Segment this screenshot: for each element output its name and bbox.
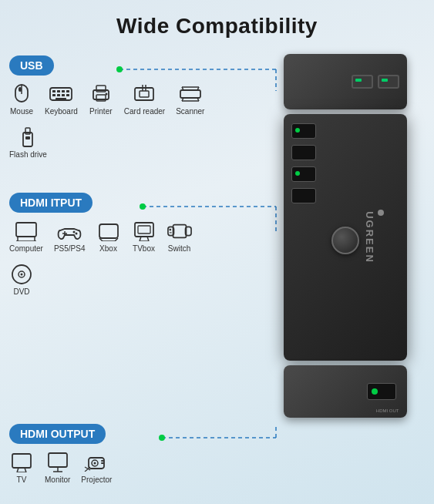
gamepad-icon — [57, 220, 82, 242]
svg-rect-19 — [62, 94, 65, 96]
hdmi-input-badge: HDMI ITPUT — [9, 193, 93, 213]
hdmi-port-2 — [291, 145, 316, 160]
control-knob[interactable] — [331, 227, 359, 254]
device-monitor: Monitor — [45, 452, 70, 484]
usb-port-2 — [378, 75, 399, 89]
device-tv: TV — [9, 452, 34, 484]
indicator-dot — [378, 210, 384, 216]
scanner-icon — [178, 83, 203, 105]
device-computer: Computer — [9, 220, 43, 253]
hdmi-input-port-2 — [291, 145, 399, 160]
hdmi-input-port-4 — [291, 188, 399, 203]
svg-rect-75 — [101, 460, 104, 462]
hdmi-port-4 — [291, 188, 316, 203]
monitor-icon — [45, 452, 70, 473]
svg-rect-48 — [99, 224, 118, 238]
usb-devices-row: Mouse K — [9, 83, 225, 159]
svg-rect-14 — [57, 90, 60, 92]
svg-rect-65 — [12, 454, 31, 468]
brand-label: UGREEN — [364, 211, 375, 264]
dvd-icon — [9, 264, 34, 285]
svg-rect-21 — [56, 98, 66, 99]
device-ps5: PS5/PS4 — [54, 220, 86, 253]
usb-badge: USB — [9, 55, 54, 76]
device-flash-drive: Flash drive — [9, 126, 47, 159]
svg-point-60 — [169, 229, 171, 231]
device-top — [284, 54, 407, 109]
usb-port-1 — [352, 75, 373, 89]
svg-point-25 — [105, 93, 107, 96]
svg-rect-56 — [138, 226, 150, 234]
mouse-icon — [9, 83, 34, 105]
hdmi-port-active-1 — [291, 123, 316, 139]
svg-rect-76 — [101, 462, 104, 464]
svg-rect-57 — [173, 225, 186, 238]
diagram-area: USB Mouse — [0, 46, 434, 493]
svg-point-47 — [76, 233, 78, 235]
hdmi-input-devices-row: Computer PS5/PS4 — [9, 220, 225, 296]
svg-point-8 — [159, 435, 165, 441]
svg-rect-27 — [140, 91, 149, 97]
page-title: Wide Compatibility — [0, 0, 434, 46]
svg-point-46 — [73, 231, 76, 234]
device-middle: UGREEN — [284, 114, 407, 361]
device-xbox: Xbox — [96, 220, 121, 253]
switch-icon — [167, 220, 192, 242]
svg-rect-16 — [66, 90, 69, 92]
hdmi-output-badge: HDMI OUTPUT — [9, 424, 106, 444]
svg-rect-40 — [16, 223, 36, 237]
keyboard-icon — [49, 83, 73, 105]
hdmi-input-port-3 — [291, 166, 399, 182]
svg-point-74 — [94, 462, 96, 465]
svg-rect-13 — [52, 90, 56, 92]
svg-rect-18 — [57, 94, 60, 96]
svg-rect-17 — [52, 94, 56, 96]
tv-icon — [9, 452, 34, 473]
xbox-icon — [96, 220, 121, 242]
hdmi-input-section: HDMI ITPUT Computer — [9, 193, 225, 296]
svg-line-66 — [17, 468, 19, 472]
computer-icon — [14, 220, 39, 242]
svg-rect-20 — [66, 94, 69, 96]
device-scanner: Scanner — [176, 83, 204, 116]
svg-point-64 — [21, 274, 23, 276]
usb-section: USB Mouse — [9, 55, 225, 159]
printer-icon — [89, 83, 113, 105]
device-container: UGREEN HDMI OUT — [278, 54, 412, 447]
card-reader-icon — [132, 83, 156, 105]
device-printer: Printer — [89, 83, 113, 116]
svg-rect-39 — [25, 136, 30, 139]
device-projector: Projector — [81, 452, 112, 484]
device-bottom: HDMI OUT — [284, 365, 407, 418]
hdmi-output-devices-row: TV Monitor — [9, 452, 112, 484]
svg-rect-15 — [62, 90, 65, 92]
device-mouse: Mouse — [9, 83, 34, 116]
svg-rect-11 — [19, 87, 22, 92]
hdmi-port-active-3 — [291, 166, 316, 182]
device-tvbox: TVbox — [132, 220, 156, 253]
projector-icon — [84, 452, 109, 473]
hdmi-output-port — [367, 383, 396, 400]
flash-drive-icon — [15, 126, 40, 148]
svg-line-67 — [25, 468, 26, 472]
svg-rect-30 — [180, 90, 200, 98]
hdmi-output-section: HDMI OUTPUT TV — [9, 424, 112, 484]
device-switch: Switch — [167, 220, 192, 253]
hdmi-input-port-1 — [291, 123, 399, 139]
svg-rect-69 — [49, 453, 67, 467]
device-dvd: DVD — [9, 264, 34, 296]
tvbox-icon — [132, 220, 156, 242]
svg-rect-26 — [135, 88, 153, 100]
device-card-reader: Card reader — [124, 83, 165, 116]
hdmi-out-label: HDMI OUT — [376, 408, 399, 413]
device-keyboard: Keyboard — [45, 83, 78, 116]
